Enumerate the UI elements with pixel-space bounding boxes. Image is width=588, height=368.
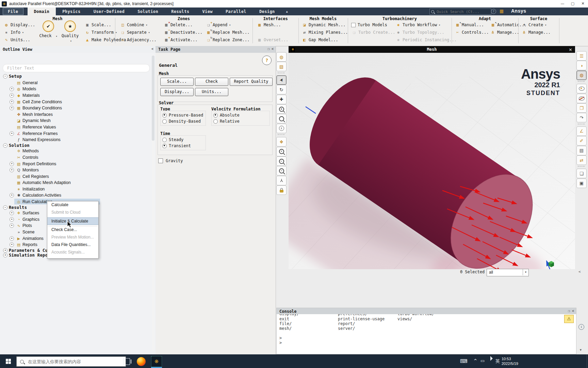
ribbon-item-mesh[interactable]: ▩Mesh... [257, 21, 288, 29]
expand-icon[interactable]: + [10, 211, 14, 215]
radio-absolute[interactable]: Absolute [213, 113, 240, 118]
menu-item-data-file-quantities[interactable]: Data File Quantities... [47, 242, 98, 250]
ribbon-button-check[interactable]: ✔Check ▾ [38, 20, 59, 38]
gravity-checkbox[interactable]: Gravity [158, 158, 183, 163]
compare-icon[interactable]: ⇄ [576, 155, 587, 165]
zoom-in-out-icon[interactable]: ± [276, 104, 287, 114]
ribbon-item-dynamic-mesh[interactable]: ◪Dynamic Mesh... [301, 21, 348, 29]
wireframe-view-icon[interactable]: ◍ [576, 71, 587, 80]
tree-item-monitors[interactable]: +QMonitors [1, 167, 150, 173]
ribbon-item-turbo-models[interactable]: Turbo Models [351, 21, 395, 29]
expand-icon[interactable]: + [3, 248, 7, 252]
ribbon-item-combine[interactable]: ◫Combine▾ [120, 21, 157, 29]
expand-icon[interactable]: + [10, 193, 14, 198]
tree-item-initialization[interactable]: ∗Initialization [1, 186, 150, 193]
show-surfaces-icon[interactable] [576, 84, 587, 93]
maximize-button[interactable]: ▢ [568, 0, 578, 7]
taskbar-clock[interactable]: 10:53 2022/5/19 [502, 356, 522, 366]
tab-domain[interactable]: Domain [28, 7, 56, 15]
ime-indicator[interactable]: 英 [495, 358, 500, 364]
tree-item-boundary-conditions[interactable]: +▦Boundary Conditions [1, 105, 150, 111]
expand-icon[interactable]: + [10, 131, 14, 136]
display-tray-icon[interactable]: ▭ [480, 358, 485, 363]
probe-info-icon[interactable]: i [276, 124, 287, 133]
tab-physics[interactable]: Physics [56, 7, 87, 15]
display-button[interactable]: Display... [160, 88, 194, 96]
scroll-down-icon[interactable]: ▼ [579, 348, 582, 352]
ribbon-item-create[interactable]: +Create▾ [521, 21, 551, 29]
warning-icon[interactable]: ⚠ [564, 315, 574, 323]
close-button[interactable]: ✕ [578, 0, 588, 7]
quick-search-input[interactable] [429, 9, 491, 15]
pathlines-icon[interactable]: ↷ [576, 113, 587, 122]
tree-item-models[interactable]: +◍Models [1, 86, 150, 92]
expand-icon[interactable]: + [10, 168, 14, 172]
tab-solution[interactable]: Solution [131, 7, 165, 15]
tree-item-setup[interactable]: −Setup [1, 73, 150, 80]
ribbon-button-quality[interactable]: ★Quality ▾ [60, 20, 80, 43]
tree-item-report-definitions[interactable]: +▧Report Definitions [1, 160, 150, 167]
measure-icon[interactable]: ✐ [576, 136, 587, 145]
help-icon[interactable]: ? [491, 9, 496, 14]
tree-item-methods[interactable]: ✲Methods [1, 148, 150, 154]
radio-steady[interactable]: Steady [162, 137, 183, 142]
minimize-button[interactable]: — [557, 0, 568, 7]
ribbon-item-separate[interactable]: ❏Separate▾ [120, 29, 157, 36]
ribbon-item-mixing-planes[interactable]: ⇄Mixing Planes... [301, 29, 348, 36]
tree-item-controls[interactable]: ✂Controls [1, 154, 150, 161]
expand-icon[interactable]: + [10, 106, 14, 110]
ribbon-item-gap-model[interactable]: ◧Gap Model... [301, 36, 348, 44]
ribbon-item-append[interactable]: ❏+Append▾ [206, 21, 249, 29]
outline-scrollbar-thumb[interactable] [152, 56, 154, 141]
tree-item-automatic-mesh-adaption[interactable]: ▦Automatic Mesh Adaption [1, 180, 150, 186]
tree-item-reference-frames[interactable]: +∠Reference Frames [1, 130, 150, 137]
ribbon-collapse-icon[interactable]: ▲ [281, 7, 293, 15]
graphics-canvas[interactable]: Ansys 2022 R1 STUDENT [289, 53, 575, 269]
chevron-down-icon[interactable]: ▾ [523, 269, 528, 275]
expand-icon[interactable]: + [10, 243, 14, 247]
expand-icon[interactable]: + [10, 224, 14, 228]
view-presets-icon[interactable]: ▧ [276, 62, 287, 71]
ribbon-item-manage[interactable]: ⋔Manage... [521, 29, 551, 36]
collapse-panel-icon[interactable]: < [272, 47, 274, 51]
filter-text-input[interactable] [3, 64, 150, 72]
tree-item-general[interactable]: ▤General [1, 80, 150, 86]
fluent-taskbar-icon[interactable]: ❋ [151, 356, 162, 367]
ribbon-item-replace-zone[interactable]: ❏↻Replace Zone... [206, 36, 249, 44]
tab-view[interactable]: View [196, 7, 219, 15]
tree-item-dynamic-mesh[interactable]: ◪Dynamic Mesh [1, 118, 150, 124]
tree-item-materials[interactable]: +◆Materials [1, 92, 150, 99]
axes-icon[interactable]: ∠ [576, 126, 587, 136]
tab-parallel[interactable]: Parallel [219, 7, 253, 15]
expand-icon[interactable]: + [10, 93, 14, 98]
report-quality-button[interactable]: Report Quality [230, 78, 273, 86]
scale-button[interactable]: Scale... [160, 78, 194, 86]
tree-item-calculation-activities[interactable]: +✱Calculation Activities [1, 192, 150, 199]
zoom-forward-icon[interactable]: → [276, 166, 287, 175]
radio-density-based[interactable]: Density-Based [162, 119, 201, 124]
collapse-icon[interactable]: − [3, 74, 7, 79]
pan-icon[interactable]: ✚ [276, 95, 287, 104]
tray-chevron-icon[interactable]: ^ [474, 358, 477, 363]
pointer-icon[interactable]: ➤ [276, 75, 287, 85]
console-output[interactable]: display/preferences/turbo-workflow/exitp… [277, 314, 576, 354]
radio-transient[interactable]: Transient [162, 143, 191, 148]
check-button[interactable]: Check [195, 78, 228, 86]
radio-relative[interactable]: Relative [213, 119, 240, 124]
hide-surfaces-icon[interactable] [576, 94, 587, 103]
tree-item-reference-values[interactable]: ▤Reference Values [1, 124, 150, 131]
ribbon-item-info[interactable]: ▪Info▾ [3, 29, 35, 36]
menu-item-calculate[interactable]: Calculate [47, 202, 98, 210]
tree-item-named-expressions[interactable]: ƒNamed Expressions [1, 137, 150, 143]
ribbon-item-activate[interactable]: ▦+Activate... [163, 36, 202, 44]
taskbar-search[interactable] [16, 356, 126, 367]
task-view-icon[interactable] [123, 358, 130, 365]
rotate-view-icon[interactable]: ↻ [276, 85, 287, 94]
menu-item-initialize-calculate[interactable]: Initialize & Calculate [47, 217, 98, 225]
ribbon-item-units[interactable]: ✎Units... [3, 36, 35, 44]
collapse-icon[interactable]: − [3, 205, 7, 210]
tree-item-cell-zone-conditions[interactable]: +▦Cell Zone Conditions [1, 98, 150, 105]
tree-item-mesh-interfaces[interactable]: ✤Mesh Interfaces [1, 111, 150, 118]
zoom-back-icon[interactable]: ← [276, 156, 287, 166]
menu-item-check-case[interactable]: Check Case... [47, 227, 98, 235]
